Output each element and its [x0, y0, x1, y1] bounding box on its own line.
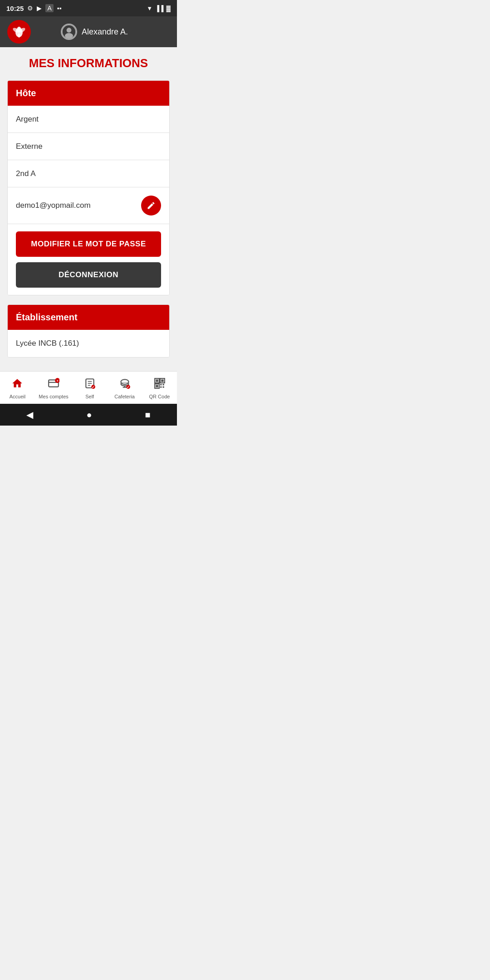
action-row: MODIFIER LE MOT DE PASSE DÉCONNEXION	[8, 224, 169, 295]
svg-rect-28	[156, 385, 158, 387]
play-icon: ▶	[37, 5, 42, 12]
mes-comptes-icon: +	[48, 377, 59, 392]
nav-self-label: Self	[85, 394, 94, 399]
etablissement-section-title: Établissement	[16, 312, 78, 322]
disconnect-button[interactable]: DÉCONNEXION	[16, 262, 161, 288]
externe-row: Externe	[8, 133, 169, 160]
user-name: Alexandre A.	[82, 27, 128, 37]
signal-icon: ▐▐	[155, 5, 163, 12]
modify-password-button[interactable]: MODIFIER LE MOT DE PASSE	[16, 231, 161, 257]
nav-item-mes-comptes[interactable]: + Mes comptes	[39, 377, 68, 399]
svg-rect-31	[160, 386, 162, 387]
main-content: MES INFORMATIONS Hôte Argent Externe 2nd…	[0, 47, 177, 371]
cafeteria-icon: ✓	[119, 377, 131, 392]
svg-text:+: +	[57, 378, 59, 382]
user-info: Alexandre A.	[61, 24, 128, 40]
lycee-row: Lycée INCB (.161)	[8, 330, 169, 357]
app-header: Alexandre A.	[0, 16, 177, 47]
nav-item-self[interactable]: ✓ Self	[76, 377, 103, 399]
email-label: demo1@yopmail.com	[16, 201, 91, 210]
edit-email-button[interactable]	[141, 196, 161, 216]
svg-text:✓: ✓	[127, 385, 130, 389]
lycee-label: Lycée INCB (.161)	[16, 339, 79, 348]
system-navigation: ◀ ● ■	[0, 404, 177, 426]
status-bar: 10:25 ⚙ ▶ A ▪▪ ▼ ▐▐ ▓	[0, 0, 177, 16]
card-icon: ▪▪	[57, 5, 62, 12]
nav-item-qr-code[interactable]: QR Code	[146, 377, 173, 399]
avatar	[61, 24, 77, 40]
page-title: MES INFORMATIONS	[7, 56, 170, 70]
email-row: demo1@yopmail.com	[8, 187, 169, 224]
svg-rect-26	[161, 379, 163, 382]
svg-rect-18	[121, 382, 128, 383]
svg-rect-30	[162, 384, 164, 385]
etablissement-card: Établissement Lycée INCB (.161)	[7, 304, 170, 358]
home-icon	[11, 377, 23, 392]
class-row: 2nd A	[8, 160, 169, 187]
externe-label: Externe	[16, 142, 43, 151]
hote-card-header: Hôte	[8, 81, 169, 106]
svg-point-7	[65, 33, 73, 39]
home-button[interactable]: ●	[86, 410, 92, 420]
battery-icon: ▓	[167, 5, 171, 12]
a-icon: A	[45, 4, 53, 12]
hote-card: Hôte Argent Externe 2nd A demo1@yopmail.…	[7, 80, 170, 295]
bottom-navigation: Accueil + Mes comptes ✓ Self	[0, 371, 177, 404]
nav-cafeteria-label: Cafeteria	[114, 394, 135, 399]
argent-row: Argent	[8, 106, 169, 133]
svg-rect-24	[156, 379, 158, 382]
app-logo	[7, 20, 31, 44]
svg-point-6	[67, 28, 72, 33]
class-label: 2nd A	[16, 169, 36, 178]
svg-rect-32	[162, 386, 164, 387]
nav-item-cafeteria[interactable]: ✓ Cafeteria	[111, 377, 138, 399]
self-icon: ✓	[84, 377, 96, 392]
svg-text:✓: ✓	[92, 385, 95, 389]
nav-item-accueil[interactable]: Accueil	[4, 377, 31, 399]
settings-icon: ⚙	[27, 5, 33, 12]
nav-qr-code-label: QR Code	[149, 394, 170, 399]
qr-code-icon	[154, 377, 166, 392]
status-right-icons: ▼ ▐▐ ▓	[147, 5, 171, 12]
svg-rect-29	[160, 384, 162, 385]
status-time: 10:25	[6, 5, 24, 12]
etablissement-card-header: Établissement	[8, 305, 169, 330]
recents-button[interactable]: ■	[145, 410, 150, 420]
nav-accueil-label: Accueil	[10, 394, 25, 399]
nav-mes-comptes-label: Mes comptes	[39, 394, 68, 399]
argent-label: Argent	[16, 115, 39, 124]
back-button[interactable]: ◀	[26, 409, 33, 420]
hote-section-title: Hôte	[16, 88, 36, 98]
svg-point-4	[18, 33, 20, 38]
wifi-icon: ▼	[147, 5, 152, 12]
